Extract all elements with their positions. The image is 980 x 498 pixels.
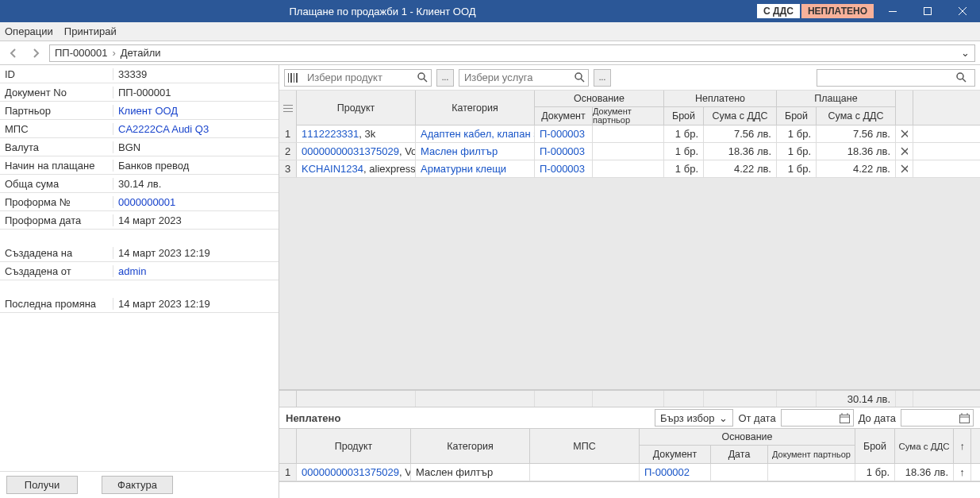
cell-doc: П-000002 [640, 464, 711, 481]
product-browse-button[interactable]: ... [436, 69, 454, 87]
prop-docno-value: ПП-000001 [113, 87, 279, 98]
colgroup-unpaid: Неплатено [664, 91, 777, 107]
col-qty2[interactable]: Брой [777, 107, 817, 125]
grid-footer: 30.14 лв. [279, 389, 980, 407]
col-doc[interactable]: Документ [535, 107, 593, 125]
receive-button[interactable]: Получи [6, 476, 78, 494]
product-link[interactable]: KCHAIN1234 [302, 163, 363, 175]
doc-link[interactable]: П-000003 [540, 145, 585, 157]
col2-doc[interactable]: Документ [640, 446, 711, 463]
delete-row-button[interactable] [896, 160, 913, 177]
nav-back-button[interactable] [5, 44, 22, 62]
prop-createdby-label: Създадена от [0, 265, 113, 277]
product-link[interactable]: 00000000031375029 [302, 145, 399, 157]
prop-total-label: Обща сума [0, 178, 113, 190]
delete-row-button[interactable] [896, 125, 913, 142]
category-link[interactable]: Адаптен кабел, клапан з... [421, 128, 535, 140]
col2-sum[interactable]: Сума с ДДС [895, 429, 954, 464]
cell-doc: П-000003 [535, 160, 593, 177]
search-icon[interactable] [413, 72, 431, 83]
col-sum2[interactable]: Сума с ДДС [817, 107, 896, 125]
calendar-icon [840, 413, 850, 423]
table-row[interactable]: 100000000031375029, Vol...Маслен филтърП… [279, 464, 980, 481]
col-delete [896, 91, 913, 125]
category-link[interactable]: Арматурни клещи [421, 163, 506, 175]
to-date-input[interactable] [901, 409, 974, 427]
quick-select-dropdown[interactable]: Бърз избор ⌄ [655, 409, 733, 427]
cell-category: Маслен филтър [416, 143, 535, 160]
cell-docp [593, 125, 664, 142]
svg-rect-23 [840, 415, 849, 423]
col2-product[interactable]: Продукт [297, 429, 411, 464]
move-up-button[interactable]: ↑ [954, 464, 971, 481]
product-search-input[interactable] [302, 71, 413, 83]
prop-mps-label: МПС [0, 123, 113, 135]
prop-proforma-date-value: 14 март 2023 [113, 214, 279, 226]
breadcrumb[interactable]: ПП-000001 › Детайли ⌄ [49, 44, 975, 62]
prop-currency-value: BGN [113, 141, 279, 153]
prop-partner-link[interactable]: Клиент ООД [118, 105, 178, 117]
table-row[interactable]: 3KCHAIN1234, aliexpressАрматурни клещиП-… [279, 160, 980, 178]
maximize-button[interactable] [910, 0, 945, 22]
col2-docp[interactable]: Документ партньор [768, 446, 855, 463]
close-button[interactable] [945, 0, 980, 22]
col2-date[interactable]: Дата [711, 446, 768, 463]
product-link[interactable]: 00000000031375029 [302, 466, 399, 478]
svg-line-13 [963, 79, 966, 82]
svg-point-10 [575, 73, 582, 79]
product-search[interactable] [284, 69, 432, 87]
to-date-label: До дата [859, 412, 896, 424]
menu-print[interactable]: Принтирай [64, 25, 117, 37]
col2-move[interactable]: ↑ [954, 429, 971, 464]
col2-category[interactable]: Категория [411, 429, 530, 464]
menu-operations[interactable]: Операции [5, 25, 53, 37]
svg-rect-15 [283, 108, 293, 109]
table-row[interactable]: 11112223331, 3kАдаптен кабел, клапан з..… [279, 125, 980, 143]
delete-row-button[interactable] [896, 143, 913, 160]
prop-createdby-link[interactable]: admin [118, 265, 146, 277]
invoice-button[interactable]: Фактура [102, 476, 173, 494]
svg-rect-7 [296, 73, 298, 83]
prop-paytype-label: Начин на плащане [0, 160, 113, 172]
prop-proforma-link[interactable]: 0000000001 [118, 196, 175, 208]
chevron-down-icon[interactable]: ⌄ [961, 47, 970, 59]
search-icon[interactable] [952, 72, 970, 83]
search-icon[interactable] [571, 72, 588, 83]
svg-line-11 [581, 79, 584, 82]
col-docp[interactable]: Документ партньор [593, 107, 664, 125]
cell-product: 00000000031375029, Vol... [297, 143, 416, 160]
service-search[interactable] [459, 69, 589, 87]
col-product[interactable]: Продукт [297, 91, 416, 125]
product-link[interactable]: 1112223331 [302, 128, 359, 140]
close-icon [901, 164, 908, 173]
doc-link[interactable]: П-000003 [540, 163, 585, 175]
payments-grid: Продукт Категория Основание Документ Док… [279, 91, 980, 407]
prop-mps-link[interactable]: CA2222CA Audi Q3 [118, 123, 209, 135]
global-search[interactable] [817, 69, 975, 87]
minimize-button[interactable] [875, 0, 910, 22]
prop-modified-label: Последна промяна [0, 298, 113, 310]
cell-sum: 7.56 лв. [704, 125, 777, 142]
row-selector-header[interactable] [279, 91, 297, 125]
col-qty[interactable]: Брой [664, 107, 704, 125]
nav-forward-button[interactable] [27, 44, 44, 62]
from-date-input[interactable] [781, 409, 854, 427]
col-category[interactable]: Категория [416, 91, 535, 125]
doc-link[interactable]: П-000002 [644, 466, 690, 478]
chevron-right-icon: › [112, 47, 115, 59]
doc-link[interactable]: П-000003 [540, 128, 585, 140]
col2-qty[interactable]: Брой [855, 429, 895, 464]
table-row[interactable]: 200000000031375029, Vol...Маслен филтърП… [279, 143, 980, 160]
cell-category: Маслен филтър [411, 464, 530, 481]
row-selector-header[interactable] [279, 429, 297, 464]
service-browse-button[interactable]: ... [594, 69, 611, 87]
svg-rect-4 [288, 73, 289, 83]
unpaid-section-header: Неплатено Бърз избор ⌄ От дата До дата [279, 407, 980, 428]
prop-proforma-date-label: Проформа дата [0, 214, 113, 226]
global-search-input[interactable] [817, 71, 952, 83]
col-sum[interactable]: Сума с ДДС [704, 107, 777, 125]
col2-mps[interactable]: МПС [530, 429, 640, 464]
cell-qty: 1 бр. [855, 464, 895, 481]
category-link[interactable]: Маслен филтър [421, 145, 498, 157]
service-search-input[interactable] [459, 71, 571, 83]
